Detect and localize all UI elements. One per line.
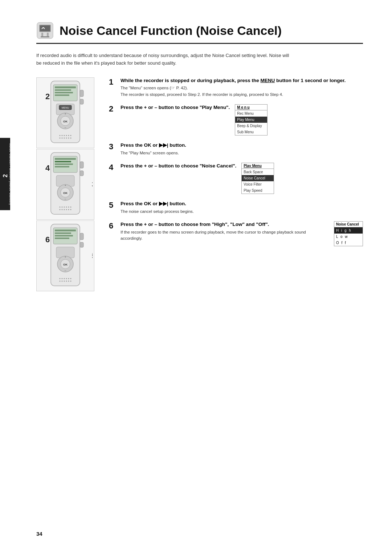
svg-point-23	[60, 135, 61, 136]
menu-box-title: M e n u	[235, 105, 267, 110]
svg-rect-9	[55, 89, 71, 91]
play-menu-speed: Play Speed	[242, 187, 274, 194]
svg-point-79	[60, 278, 61, 279]
page: 2 Noise Cancel Function (Noise Cancel) N…	[0, 0, 392, 555]
step-4-with-menu: Press the + or – button to choose "Noise…	[121, 163, 363, 194]
svg-point-24	[62, 135, 63, 136]
step-1-sub: The "Menu" screen opens (☞ P. 42). The r…	[121, 85, 363, 98]
noise-cancel-off: O f f	[334, 240, 363, 246]
svg-point-90	[70, 280, 72, 281]
side-tab-text: Noise Cancel Function (Noise Cancel)	[9, 143, 12, 205]
svg-point-26	[66, 135, 67, 136]
step-3-sub: The "Play Menu" screen opens.	[121, 150, 363, 156]
svg-point-83	[68, 278, 69, 279]
menu-item-sub: Sub Menu	[235, 129, 267, 135]
svg-point-31	[64, 137, 65, 138]
side-tab-number: 2	[2, 174, 9, 177]
devices-column: 2 MENU OK + –	[36, 77, 98, 292]
step-2-main: Press the + or – button to choose "Play …	[121, 104, 230, 111]
svg-rect-68	[55, 238, 69, 239]
step-3-content: Press the OK or ▶▶| button. The "Play Me…	[121, 142, 363, 156]
menu-box: M e n u Rec Menu Play Menu Beep & Displa…	[235, 104, 268, 135]
page-title: Noise Cancel Function (Noise Cancel)	[60, 24, 282, 38]
svg-point-57	[60, 209, 61, 210]
steps-column: 1 While the recorder is stopped or durin…	[109, 77, 363, 247]
svg-point-87	[64, 280, 65, 281]
svg-text:OK: OK	[63, 263, 68, 266]
svg-point-51	[60, 206, 61, 207]
svg-point-34	[70, 137, 72, 138]
svg-point-52	[62, 206, 63, 207]
svg-rect-14	[80, 99, 83, 104]
step-4-main: Press the + or – button to choose "Noise…	[121, 163, 236, 170]
svg-text:OK: OK	[63, 120, 68, 123]
svg-point-61	[68, 209, 69, 210]
menu-item-rec: Rec Menu	[235, 110, 267, 117]
noise-cancel-high: H i g h	[334, 227, 363, 234]
svg-point-33	[68, 137, 69, 138]
svg-rect-44	[80, 171, 83, 176]
svg-point-88	[66, 280, 67, 281]
svg-text:4: 4	[45, 163, 50, 173]
step-1: 1 While the recorder is stopped or durin…	[109, 77, 363, 98]
step-5-content: Press the OK or ▶▶| button. The noise ca…	[121, 200, 363, 215]
svg-text:MENU: MENU	[62, 106, 69, 109]
header-icon	[36, 22, 54, 39]
svg-text:2: 2	[45, 92, 50, 101]
step-2-number: 2	[109, 104, 117, 114]
step-6-text-area: Press the + or – button to choose from "…	[121, 221, 329, 242]
svg-point-32	[66, 137, 67, 138]
svg-text:–: –	[65, 126, 66, 129]
step-4-content: Press the + or – button to choose "Noise…	[121, 163, 363, 194]
play-menu-back: Back Space	[242, 169, 274, 175]
step-6: 6 Press the + or – button to choose from…	[109, 221, 363, 246]
svg-rect-39	[55, 163, 73, 165]
svg-point-82	[66, 278, 67, 279]
page-header: Noise Cancel Function (Noise Cancel)	[36, 22, 363, 44]
step-2-content: Press the + or – button to choose "Play …	[121, 104, 363, 135]
svg-point-29	[60, 137, 61, 138]
noise-cancel-box: Noise Cancel H i g h L o w O f f	[334, 221, 363, 246]
svg-rect-43	[80, 162, 83, 168]
step-5-sub: The noise cancel setup process begins.	[121, 208, 363, 215]
svg-text:+: +	[65, 112, 66, 116]
svg-rect-38	[55, 161, 71, 162]
step-6-sub: If the recorder goes to the menu screen …	[121, 229, 329, 242]
svg-rect-37	[55, 158, 76, 160]
menu-item-play: Play Menu	[235, 117, 267, 123]
svg-point-53	[64, 206, 65, 207]
step-2: 2 Press the + or – button to choose "Pla…	[109, 104, 363, 135]
play-menu-noise: Noise Cancel	[242, 175, 274, 181]
svg-point-30	[62, 137, 63, 138]
svg-point-56	[70, 206, 72, 207]
svg-point-54	[66, 206, 67, 207]
svg-text:–: –	[65, 197, 66, 200]
step-5-number: 5	[109, 200, 117, 210]
noise-cancel-title: Noise Cancel	[334, 222, 363, 227]
step-5-main: Press the OK or ▶▶| button.	[121, 200, 363, 207]
svg-point-28	[70, 135, 72, 136]
svg-point-59	[64, 209, 65, 210]
step-1-main: While the recorder is stopped or during …	[121, 77, 363, 84]
step-6-number: 6	[109, 221, 117, 231]
svg-rect-10	[55, 92, 73, 93]
svg-rect-65	[55, 230, 76, 231]
svg-point-58	[62, 209, 63, 210]
svg-text:+: +	[65, 184, 66, 187]
svg-point-85	[60, 280, 61, 281]
svg-rect-67	[55, 235, 73, 236]
step-2-with-menu: Press the + or – button to choose "Play …	[121, 104, 363, 135]
device-image-1: 2 MENU OK + –	[36, 77, 94, 148]
intro-text: If recorded audio is difficult to unders…	[36, 52, 290, 67]
step-4-number: 4	[109, 163, 117, 172]
svg-text:5: 5	[92, 251, 93, 260]
svg-rect-8	[55, 86, 76, 88]
device-image-3: 6 5 OK + –	[36, 220, 94, 291]
svg-text:OK: OK	[63, 191, 68, 195]
step-3-main: Press the OK or ▶▶| button.	[121, 142, 363, 149]
menu-item-beep: Beep & Display	[235, 123, 267, 129]
page-number: 34	[36, 531, 42, 537]
svg-point-55	[68, 206, 69, 207]
svg-rect-13	[80, 90, 83, 97]
svg-text:6: 6	[45, 235, 50, 244]
